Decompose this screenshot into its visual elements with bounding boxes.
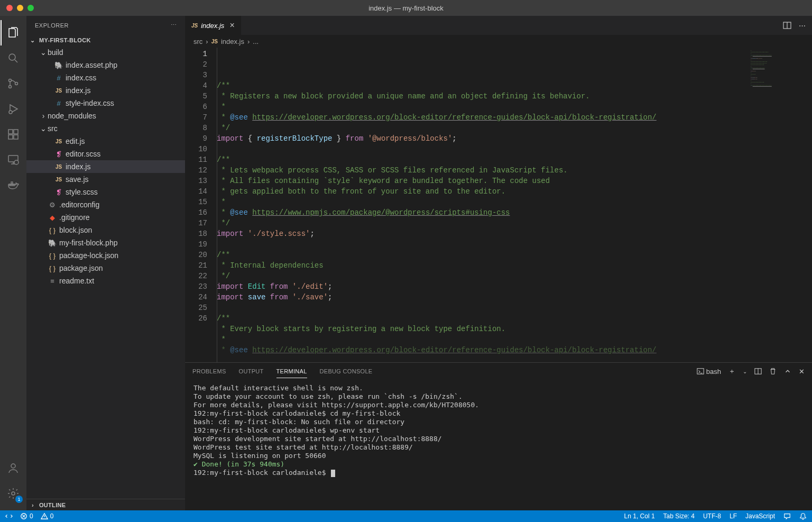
new-terminal-icon[interactable]: ＋ bbox=[728, 367, 735, 376]
outline-header[interactable]: › OUTLINE bbox=[26, 499, 185, 510]
chevron-right-icon: › bbox=[247, 38, 250, 45]
terminal-shell-label[interactable]: bash bbox=[697, 368, 721, 376]
breadcrumb-part[interactable]: index.js bbox=[221, 38, 244, 45]
panel-tab-debug-console[interactable]: DEBUG CONSOLE bbox=[320, 365, 373, 378]
window-title: index.js — my-first-block bbox=[368, 4, 444, 12]
svg-rect-7 bbox=[14, 135, 18, 139]
tree-item-label: edit.js bbox=[66, 137, 85, 145]
project-header[interactable]: ⌄ MY-FIRST-BLOCK bbox=[26, 34, 185, 46]
minimap[interactable]: ━━━━━━━━━━━━━━━━━━━━━━━━━━━━━━━━━━━━━━━━… bbox=[749, 48, 812, 362]
kill-terminal-icon[interactable] bbox=[769, 368, 777, 375]
close-panel-icon[interactable]: ✕ bbox=[799, 368, 805, 376]
tree-item-label: build bbox=[48, 48, 63, 57]
file-tree[interactable]: ⌄build🐘index.asset.php#index.cssJSindex.… bbox=[26, 46, 185, 499]
file-item[interactable]: #index.css bbox=[26, 71, 185, 84]
chevron-down-icon: ⌄ bbox=[39, 48, 48, 57]
code-content[interactable]: /** * Registers a new block provided a u… bbox=[217, 48, 812, 362]
tab-size[interactable]: Tab Size: 4 bbox=[663, 512, 695, 520]
breadcrumb-part[interactable]: ... bbox=[253, 38, 259, 45]
source-control-icon[interactable] bbox=[1, 71, 26, 96]
file-item[interactable]: { }block.json bbox=[26, 224, 185, 236]
panel-tab-problems[interactable]: PROBLEMS bbox=[192, 365, 226, 378]
panel-tabs: PROBLEMSOUTPUTTERMINALDEBUG CONSOLE bash… bbox=[185, 363, 812, 380]
tree-item-label: package.json bbox=[59, 264, 103, 272]
file-item[interactable]: ❡style.scss bbox=[26, 186, 185, 198]
tab-bar: JS index.js × ⋯ bbox=[185, 16, 812, 35]
terminal-output[interactable]: The default interactive shell is now zsh… bbox=[185, 380, 812, 510]
folder-item[interactable]: ⌄src bbox=[26, 122, 185, 135]
file-item[interactable]: #style-index.css bbox=[26, 97, 185, 109]
window-close-button[interactable] bbox=[6, 5, 13, 11]
tree-item-label: index.asset.php bbox=[66, 61, 117, 69]
docker-icon[interactable] bbox=[1, 172, 26, 198]
tab-close-icon[interactable]: × bbox=[229, 21, 234, 30]
eol[interactable]: LF bbox=[730, 512, 737, 520]
terminal-dropdown-icon[interactable]: ⌄ bbox=[743, 369, 747, 374]
titlebar: index.js — my-first-block bbox=[0, 0, 812, 16]
svg-point-16 bbox=[12, 492, 15, 495]
notifications-icon[interactable] bbox=[799, 512, 807, 520]
remote-explorer-icon[interactable] bbox=[1, 147, 26, 172]
folder-item[interactable]: ⌄build bbox=[26, 46, 185, 59]
file-item[interactable]: { }package.json bbox=[26, 262, 185, 274]
tree-item-label: .gitignore bbox=[59, 213, 90, 222]
file-item[interactable]: 🐘index.asset.php bbox=[26, 59, 185, 71]
js-icon: JS bbox=[191, 23, 198, 29]
file-item[interactable]: ⚙.editorconfig bbox=[26, 198, 185, 211]
maximize-panel-icon[interactable] bbox=[784, 368, 791, 375]
panel-tab-terminal[interactable]: TERMINAL bbox=[276, 365, 307, 378]
chevron-down-icon: ⌄ bbox=[39, 124, 48, 133]
language-mode[interactable]: JavaScript bbox=[745, 512, 775, 520]
sidebar-title: EXPLORER bbox=[35, 22, 69, 29]
warnings-count[interactable]: 0 bbox=[41, 512, 54, 520]
extensions-icon[interactable] bbox=[1, 122, 26, 147]
encoding[interactable]: UTF-8 bbox=[703, 512, 721, 520]
svg-rect-14 bbox=[11, 182, 13, 184]
chevron-right-icon: › bbox=[29, 502, 37, 508]
file-item[interactable]: JSindex.js bbox=[26, 84, 185, 97]
tree-item-label: my-first-block.php bbox=[59, 239, 117, 247]
file-item[interactable]: JSedit.js bbox=[26, 135, 185, 148]
line-numbers: 1234567891011121314151617181920212223242… bbox=[185, 48, 217, 362]
chevron-right-icon: › bbox=[39, 112, 48, 120]
code-editor[interactable]: 1234567891011121314151617181920212223242… bbox=[185, 48, 812, 362]
panel: PROBLEMSOUTPUTTERMINALDEBUG CONSOLE bash… bbox=[185, 362, 812, 510]
split-terminal-icon[interactable] bbox=[754, 368, 762, 375]
tree-item-label: readme.txt bbox=[59, 277, 94, 285]
feedback-icon[interactable] bbox=[783, 512, 791, 520]
svg-point-2 bbox=[9, 86, 12, 88]
file-item[interactable]: JSindex.js bbox=[26, 160, 185, 173]
tree-item-label: src bbox=[48, 124, 58, 133]
breadcrumbs[interactable]: src › JS index.js › ... bbox=[185, 35, 812, 48]
breadcrumb-part[interactable]: src bbox=[193, 38, 202, 45]
explorer-icon[interactable] bbox=[1, 20, 26, 45]
svg-point-0 bbox=[9, 54, 15, 60]
run-debug-icon[interactable] bbox=[1, 96, 26, 122]
search-icon[interactable] bbox=[1, 45, 26, 71]
file-item[interactable]: { }package-lock.json bbox=[26, 249, 185, 262]
errors-count[interactable]: 0 bbox=[20, 512, 33, 520]
panel-tab-output[interactable]: OUTPUT bbox=[239, 365, 264, 378]
tab-index-js[interactable]: JS index.js × bbox=[185, 16, 242, 35]
svg-point-4 bbox=[9, 111, 12, 114]
file-item[interactable]: 🐘my-first-block.php bbox=[26, 236, 185, 249]
cursor-position[interactable]: Ln 1, Col 1 bbox=[624, 512, 655, 520]
accounts-icon[interactable] bbox=[1, 455, 26, 481]
svg-point-15 bbox=[11, 464, 15, 468]
window-minimize-button[interactable] bbox=[17, 5, 23, 11]
sidebar-more-icon[interactable]: ⋯ bbox=[171, 22, 177, 29]
svg-rect-5 bbox=[8, 130, 13, 134]
folder-item[interactable]: ›node_modules bbox=[26, 109, 185, 122]
more-actions-icon[interactable]: ⋯ bbox=[799, 22, 806, 30]
tree-item-label: style.scss bbox=[66, 188, 98, 196]
split-editor-icon[interactable] bbox=[783, 21, 791, 30]
settings-icon[interactable]: 1 bbox=[1, 481, 26, 506]
file-item[interactable]: JSsave.js bbox=[26, 173, 185, 186]
file-item[interactable]: ❡editor.scss bbox=[26, 148, 185, 160]
svg-rect-6 bbox=[8, 135, 13, 139]
file-item[interactable]: ◆.gitignore bbox=[26, 211, 185, 224]
window-maximize-button[interactable] bbox=[27, 5, 34, 11]
file-item[interactable]: ≡readme.txt bbox=[26, 274, 185, 287]
remote-indicator[interactable] bbox=[5, 512, 13, 520]
chevron-right-icon: › bbox=[206, 38, 208, 45]
